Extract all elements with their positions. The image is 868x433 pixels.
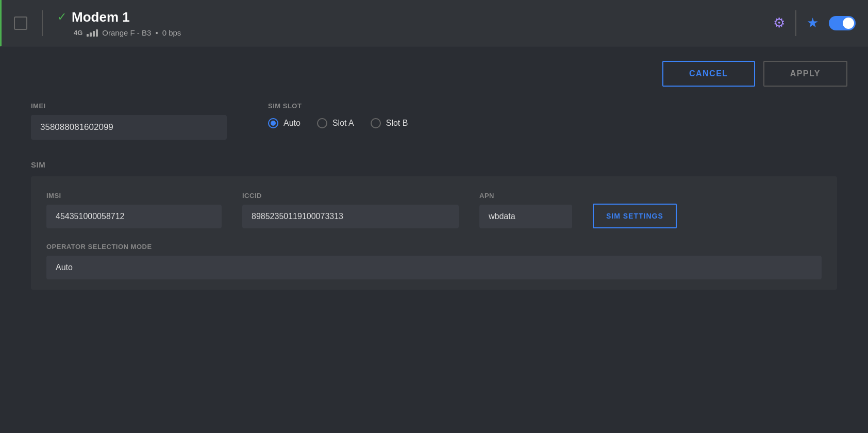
- imei-value: 358088081602099: [31, 115, 227, 140]
- content-area: IMEI 358088081602099 SIM Slot Auto: [0, 97, 868, 310]
- sim-slot-radio-group: Auto Slot A Slot B: [268, 118, 408, 128]
- header-right-divider: [795, 10, 796, 36]
- apply-button[interactable]: APPLY: [763, 61, 847, 87]
- sim-slot-auto[interactable]: Auto: [268, 118, 301, 128]
- iccid-field: ICCID 89852350119100073313: [242, 192, 459, 228]
- status-check-icon: ✓: [57, 11, 66, 23]
- cancel-button[interactable]: CANCEL: [662, 61, 755, 87]
- radio-auto-dot: [271, 121, 276, 126]
- radio-auto-label: Auto: [283, 119, 301, 128]
- imsi-field: IMSI 454351000058712: [46, 192, 222, 228]
- toggle-knob: [843, 18, 854, 29]
- sim-slot-b[interactable]: Slot B: [371, 118, 408, 128]
- dot-separator: •: [155, 28, 158, 37]
- sim-settings-button[interactable]: SIM SETTINGS: [593, 204, 677, 228]
- operator-label: Operator Selection Mode: [46, 243, 822, 251]
- radio-auto-circle: [268, 118, 278, 128]
- operator-value-wrapper: Auto: [46, 256, 822, 279]
- signal-bar-2: [90, 32, 92, 37]
- modem-title: Modem 1: [72, 9, 130, 25]
- radio-slotb-label: Slot B: [386, 119, 408, 128]
- radio-slota-label: Slot A: [332, 119, 354, 128]
- signal-bar-3: [93, 31, 95, 37]
- signal-bar-1: [87, 34, 89, 37]
- action-bar: CANCEL APPLY: [0, 46, 868, 97]
- radio-slotb-circle: [371, 118, 381, 128]
- header-left: ✓ Modem 1 4G Orange F - B3 • 0 bps: [14, 9, 773, 37]
- signal-bar-4: [96, 29, 98, 37]
- sim-card: IMSI 454351000058712 ICCID 8985235011910…: [31, 176, 837, 290]
- modem-info: ✓ Modem 1 4G Orange F - B3 • 0 bps: [57, 9, 181, 37]
- modem-toggle[interactable]: [829, 16, 856, 30]
- radio-slota-circle: [317, 118, 327, 128]
- sim-slot-a[interactable]: Slot A: [317, 118, 354, 128]
- imei-label: IMEI: [31, 102, 227, 110]
- iccid-label: ICCID: [242, 192, 459, 199]
- page-container: ✓ Modem 1 4G Orange F - B3 • 0 bps: [0, 0, 868, 433]
- sim-slot-label: SIM Slot: [268, 102, 408, 110]
- apn-label: APN: [479, 192, 572, 199]
- imsi-label: IMSI: [46, 192, 222, 199]
- operator-section: Operator Selection Mode Auto: [46, 243, 822, 279]
- header-divider: [42, 10, 43, 36]
- star-icon[interactable]: ★: [807, 15, 819, 31]
- signal-bars-icon: [87, 28, 98, 37]
- apn-field: APN wbdata: [479, 192, 572, 228]
- iccid-value: 89852350119100073313: [242, 205, 459, 228]
- modem-checkbox[interactable]: [14, 16, 27, 30]
- apn-value: wbdata: [479, 205, 572, 228]
- top-row: IMEI 358088081602099 SIM Slot Auto: [31, 102, 837, 140]
- gear-icon[interactable]: ⚙: [773, 15, 785, 31]
- header-right: ⚙ ★: [773, 10, 856, 36]
- sim-fields-row: IMSI 454351000058712 ICCID 8985235011910…: [46, 192, 822, 228]
- imei-field-group: IMEI 358088081602099: [31, 102, 227, 140]
- imsi-value: 454351000058712: [46, 205, 222, 228]
- network-type-badge: 4G: [74, 29, 82, 37]
- sim-section-label: SIM: [31, 160, 837, 169]
- header-bar: ✓ Modem 1 4G Orange F - B3 • 0 bps: [0, 0, 868, 46]
- operator-value: Auto: [46, 256, 822, 279]
- sim-slot-field-group: SIM Slot Auto Slot A: [268, 102, 408, 140]
- speed-value: 0 bps: [162, 28, 181, 37]
- modem-title-row: ✓ Modem 1: [57, 9, 181, 25]
- carrier-name: Orange F - B3: [102, 28, 151, 37]
- main-content: CANCEL APPLY IMEI 358088081602099 SIM Sl…: [0, 46, 868, 433]
- modem-subtitle: 4G Orange F - B3 • 0 bps: [57, 28, 181, 37]
